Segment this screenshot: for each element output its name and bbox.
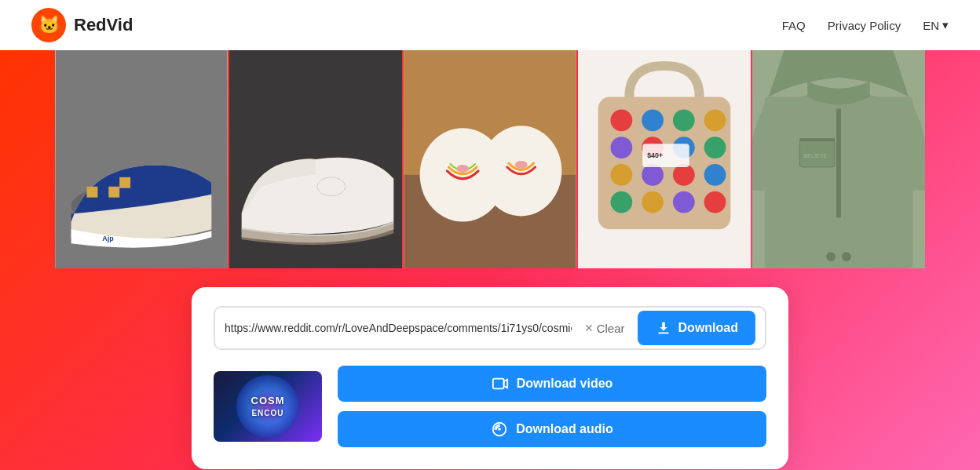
video-thumbnail: COSM ENCOU	[214, 371, 322, 442]
chevron-down-icon: ▾	[942, 18, 949, 32]
svg-point-24	[610, 137, 632, 158]
image-1: Ajp	[55, 50, 228, 268]
download-audio-button[interactable]: Download audio	[338, 411, 766, 447]
svg-text:$40+: $40+	[647, 151, 663, 159]
header: 🐱 RedVid FAQ Privacy Policy EN ▾	[0, 0, 980, 50]
thumbnail-text: COSM ENCOU	[248, 392, 288, 421]
nav-links: FAQ Privacy Policy EN ▾	[782, 18, 949, 32]
svg-point-29	[642, 164, 664, 186]
logo-icon: 🐱	[31, 8, 66, 42]
download-btn-label: Download	[678, 321, 738, 335]
privacy-link[interactable]: Privacy Policy	[828, 19, 901, 32]
lang-selector[interactable]: EN ▾	[923, 18, 949, 32]
url-input[interactable]	[225, 322, 572, 334]
audio-icon	[491, 421, 508, 438]
logo-text: RedVid	[74, 15, 133, 35]
svg-rect-46	[492, 379, 503, 389]
logo-area: 🐱 RedVid	[31, 8, 133, 42]
download-video-label: Download video	[517, 377, 613, 391]
image-4: $40+	[578, 50, 751, 268]
video-icon	[492, 375, 509, 392]
image-2	[229, 50, 402, 268]
svg-rect-2	[87, 187, 98, 198]
svg-point-33	[642, 191, 664, 213]
lang-label: EN	[923, 19, 939, 32]
svg-point-23	[704, 109, 726, 131]
svg-point-34	[673, 191, 695, 213]
svg-rect-4	[97, 198, 108, 209]
svg-point-30	[673, 164, 695, 186]
svg-point-15	[498, 136, 545, 183]
svg-point-32	[610, 191, 632, 213]
url-input-row: ✕ Clear Download	[214, 306, 766, 350]
download-button[interactable]: Download	[638, 311, 755, 345]
clear-button[interactable]: ✕ Clear	[578, 319, 631, 338]
svg-point-17	[515, 161, 528, 169]
svg-point-16	[456, 165, 469, 173]
svg-text:BELIEVE: BELIEVE	[803, 153, 827, 158]
svg-point-28	[610, 164, 632, 186]
svg-rect-42	[799, 138, 835, 141]
image-3	[404, 50, 576, 268]
image-strip: Ajp	[55, 50, 925, 268]
svg-rect-5	[119, 177, 130, 188]
download-card: ✕ Clear Download COSM ENCOU	[192, 287, 788, 469]
svg-point-44	[826, 252, 836, 261]
logo-emoji: 🐱	[38, 15, 60, 35]
result-row: COSM ENCOU Download video	[214, 366, 766, 447]
svg-point-35	[704, 191, 726, 213]
faq-link[interactable]: FAQ	[782, 19, 806, 32]
svg-point-45	[842, 252, 851, 261]
download-video-button[interactable]: Download video	[338, 366, 766, 402]
action-buttons: Download video Download audio	[338, 366, 766, 447]
svg-point-21	[642, 109, 664, 131]
image-5: BELIEVE	[752, 50, 925, 268]
clear-label: Clear	[597, 322, 625, 335]
svg-point-20	[610, 109, 632, 131]
close-icon: ✕	[584, 322, 594, 334]
download-audio-label: Download audio	[516, 422, 613, 436]
svg-point-22	[673, 109, 695, 131]
svg-point-27	[704, 137, 726, 158]
svg-text:Ajp: Ajp	[102, 235, 114, 242]
main-background: Ajp	[0, 50, 980, 470]
svg-point-48	[498, 428, 501, 431]
download-icon	[655, 319, 672, 337]
svg-point-31	[704, 164, 726, 186]
svg-point-13	[437, 138, 488, 188]
svg-rect-40	[836, 108, 841, 217]
svg-rect-3	[108, 187, 119, 198]
